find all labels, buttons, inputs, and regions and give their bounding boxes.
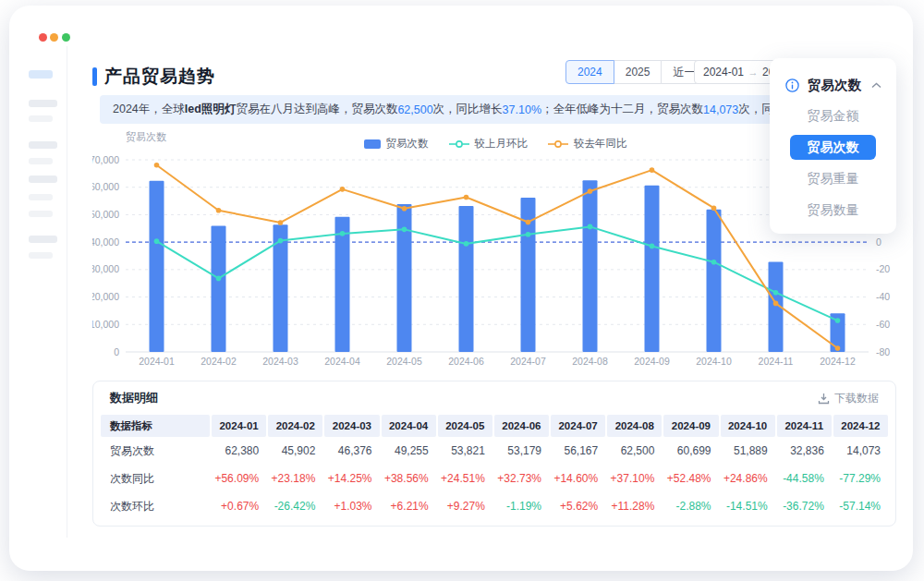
data-point [340, 231, 346, 236]
table-cell: -77.29% [833, 472, 888, 485]
data-point [773, 290, 779, 296]
x-axis-label: 2024-05 [386, 356, 422, 367]
sidebar-skeleton-item[interactable] [29, 194, 53, 200]
sidebar-skeleton-item[interactable] [29, 211, 53, 217]
table-row: 次数同比+56.09%+23.18%+14.25%+38.56%+24.51%+… [101, 465, 888, 492]
left-axis-tick: 50,000 [92, 209, 119, 220]
metric-option-贸易重量[interactable]: 贸易重量 [790, 166, 876, 191]
table-header-cell: 2024-12 [833, 415, 888, 437]
table-header-cell: 2024-03 [324, 415, 379, 437]
row-label: 次数环比 [101, 499, 210, 514]
summary-text-segment: 2024年，全球 [113, 102, 185, 117]
table-cell: +37.10% [607, 472, 662, 485]
arrow-right-icon: → [745, 67, 762, 78]
table-header-cell: 2024-02 [268, 415, 322, 437]
table-cell: +1.03% [324, 500, 379, 513]
maximize-button[interactable] [62, 33, 70, 42]
sidebar-skeleton-item[interactable] [29, 141, 57, 149]
minimize-button[interactable] [50, 33, 58, 42]
left-axis-tick: 20,000 [92, 291, 119, 302]
summary-text-segment: 次，同比增长 [433, 102, 503, 117]
table-cell: +14.25% [324, 472, 379, 485]
bar-2024-02 [212, 226, 226, 352]
line-series-较上月环比 [154, 224, 841, 323]
summary-text-segment: ；全年低峰为十二月，贸易次数 [541, 102, 703, 117]
table-cell: +23.18% [268, 472, 322, 485]
right-axis-tick: -60 [876, 319, 890, 330]
left-axis-tick: 70,000 [92, 154, 119, 165]
table-header-cell: 2024-10 [721, 415, 775, 437]
summary-text-segment: 贸易在八月达到高峰，贸易次数 [236, 102, 397, 117]
table-header-cell: 2024-08 [607, 415, 662, 437]
table-cell: +6.21% [382, 500, 436, 513]
sidebar-skeleton-item-active[interactable] [29, 70, 53, 79]
data-point [711, 205, 717, 211]
data-point [340, 187, 346, 192]
left-axis-tick: 10,000 [92, 319, 119, 330]
summary-text-segment: 62,500 [397, 103, 432, 116]
table-cell: +56.09% [212, 472, 266, 485]
table-header-cell: 2024-11 [777, 415, 832, 437]
bar-2024-10 [707, 210, 722, 352]
table-cell: 14,073 [833, 444, 888, 457]
table-cell: 62,380 [212, 444, 266, 457]
metric-option-贸易数量[interactable]: 贸易数量 [790, 198, 876, 223]
table-cell: +24.86% [721, 472, 775, 485]
table-cell: -57.14% [833, 500, 888, 513]
table-cell: 46,376 [324, 444, 379, 457]
bar-2024-06 [459, 206, 474, 352]
metric-option-贸易次数[interactable]: 贸易次数 [790, 135, 876, 160]
row-label: 次数同比 [101, 471, 210, 487]
download-data-button[interactable]: 下载数据 [818, 391, 879, 406]
bar-2024-05 [397, 204, 412, 352]
table-header-cell: 2024-09 [663, 415, 718, 437]
data-point [526, 232, 531, 237]
sidebar-skeleton-item[interactable] [29, 176, 57, 183]
right-axis-tick: -80 [876, 346, 890, 357]
data-point [216, 208, 222, 213]
table-cell: +32.73% [494, 472, 549, 485]
x-axis-label: 2024-01 [139, 356, 175, 367]
sidebar-skeleton-item[interactable] [29, 252, 53, 259]
sidebar-skeleton-item[interactable] [29, 236, 57, 243]
data-point [464, 195, 469, 200]
download-icon [818, 393, 830, 405]
left-axis-tick: 30,000 [92, 263, 119, 274]
selected-metric-label: 贸易次数 [808, 77, 871, 94]
right-axis-tick: 0 [876, 236, 881, 248]
table-header-cell: 数据指标 [101, 415, 210, 437]
sidebar-skeleton-item[interactable] [29, 100, 57, 107]
metric-dropdown-header[interactable]: 贸易次数 [770, 73, 896, 97]
data-point [278, 238, 284, 244]
table-cell: 53,821 [438, 444, 492, 457]
metric-dropdown-panel: 贸易次数 贸易金额贸易次数贸易重量贸易数量 [770, 58, 896, 234]
line-series-较去年同比 [154, 163, 841, 351]
data-point [402, 206, 407, 212]
app-window: 产品贸易趋势 20242025近一年 2024-01 → 2024-12 202… [9, 6, 913, 571]
chart-bars [150, 180, 845, 352]
table-cell: 32,836 [777, 444, 832, 457]
metric-option-贸易金额[interactable]: 贸易金额 [790, 103, 876, 128]
sidebar-skeleton-item[interactable] [29, 158, 53, 164]
filter-button-2025[interactable]: 2025 [614, 60, 663, 84]
data-point [711, 260, 717, 265]
x-axis-label: 2024-09 [634, 356, 670, 367]
sidebar-divider [67, 46, 67, 538]
table-header-cell: 2024-06 [494, 415, 549, 437]
table-cell: 53,179 [494, 444, 549, 457]
table-cell: +52.48% [663, 472, 718, 485]
x-axis-label: 2024-08 [572, 356, 608, 367]
table-row: 贸易次数62,38045,90246,37649,25553,82153,179… [101, 437, 888, 465]
data-point [835, 345, 841, 351]
table-cell: 45,902 [268, 444, 322, 457]
bar-2024-08 [583, 180, 598, 352]
table-header-row: 数据指标2024-012024-022024-032024-042024-052… [101, 415, 888, 437]
data-point [464, 241, 469, 247]
left-axis-tick: 0 [114, 346, 119, 357]
close-button[interactable] [39, 33, 47, 42]
right-axis-tick: -20 [876, 263, 890, 274]
sidebar-skeleton-item[interactable] [29, 115, 53, 122]
filter-button-2024[interactable]: 2024 [565, 60, 614, 84]
data-point [278, 220, 284, 225]
data-point [588, 188, 593, 194]
